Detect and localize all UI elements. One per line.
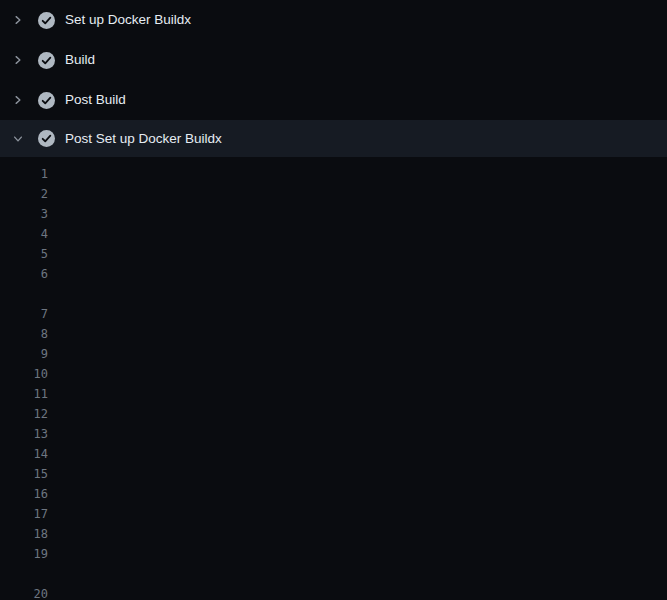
- check-circle-icon: [38, 130, 55, 147]
- log-line: 11 time="2021-04-23T18:02:38Z" level=deb…: [0, 384, 667, 404]
- step-row[interactable]: Build: [0, 40, 667, 80]
- log-line: 16 time="2021-04-23T18:02:38Z" level=deb…: [0, 484, 667, 504]
- line-number[interactable]: 13: [0, 424, 48, 444]
- log-line: 20 time="2021-04-23T18:02:38Z" level=deb…: [0, 584, 667, 600]
- line-number[interactable]: 6: [0, 264, 48, 284]
- log-line: 8 time="2021-04-23T18:02:37Z" level=info…: [0, 324, 667, 344]
- log-line: 6 time="2021-04-23T18:02:37Z" level=info…: [0, 264, 667, 284]
- line-number[interactable]: 12: [0, 404, 48, 424]
- line-number[interactable]: 14: [0, 444, 48, 464]
- line-number[interactable]: 5: [0, 244, 48, 264]
- step-label: Build: [65, 53, 95, 67]
- log-line: 13 time="2021-04-23T18:02:38Z" level=deb…: [0, 424, 667, 444]
- line-number[interactable]: 11: [0, 384, 48, 404]
- line-number[interactable]: 2: [0, 184, 48, 204]
- line-number[interactable]: 20: [0, 584, 48, 600]
- line-number[interactable]: 8: [0, 324, 48, 344]
- log-line: 18 time="2021-04-23T18:02:38Z" level=deb…: [0, 524, 667, 544]
- check-circle-icon: [38, 12, 55, 29]
- line-number[interactable]: 10: [0, 364, 48, 384]
- line-number[interactable]: 16: [0, 484, 48, 504]
- log-line: 4 time="2021-04-23T18:02:37Z" level=info…: [0, 224, 667, 244]
- log-line: 19 time="2021-04-23T18:02:38Z" level=deb…: [0, 544, 667, 564]
- line-number[interactable]: 3: [0, 204, 48, 224]
- chevron-right-icon: [12, 94, 24, 106]
- line-number[interactable]: 18: [0, 524, 48, 544]
- chevron-down-icon: [12, 133, 24, 145]
- log-line: 9 time="2021-04-23T18:02:37Z" level=warn…: [0, 344, 667, 364]
- line-number[interactable]: 15: [0, 464, 48, 484]
- line-number[interactable]: 1: [0, 164, 48, 184]
- log-line: 3 /usr/bin/docker logs buildx_buildkit_b…: [0, 204, 667, 224]
- check-circle-icon: [38, 52, 55, 69]
- log-line: 12 time="2021-04-23T18:02:38Z" level=deb…: [0, 404, 667, 424]
- log-line: linux/riscv64 linux/ppc64le linux/s390x …: [0, 284, 667, 304]
- step-label: Post Set up Docker Buildx: [65, 132, 222, 146]
- line-number[interactable]: 17: [0, 504, 48, 524]
- line-number[interactable]: 9: [0, 344, 48, 364]
- log-line: 10 time="2021-04-23T18:02:37Z" level=inf…: [0, 364, 667, 384]
- log-line: 5 time="2021-04-23T18:02:37Z" level=warn…: [0, 244, 667, 264]
- log-line: 15 time="2021-04-23T18:02:38Z" level=deb…: [0, 464, 667, 484]
- step-list: Set up Docker Buildx Build: [0, 0, 667, 157]
- check-circle-icon: [38, 92, 55, 109]
- step-row[interactable]: Post Build: [0, 80, 667, 120]
- step-row[interactable]: Set up Docker Buildx: [0, 0, 667, 40]
- log-area: 1 Post job cleanup. 2 ▼BuildKit containe…: [0, 157, 667, 600]
- step-label: Post Build: [65, 93, 126, 107]
- actions-log-viewer: Set up Docker Buildx Build: [0, 0, 667, 600]
- log-line: application/vnd.oci.image.index.v1+json,…: [0, 564, 667, 584]
- line-number[interactable]: 19: [0, 544, 48, 564]
- chevron-right-icon: [12, 14, 24, 26]
- step-row[interactable]: Post Set up Docker Buildx: [0, 120, 667, 157]
- line-number[interactable]: 4: [0, 224, 48, 244]
- chevron-right-icon: [12, 54, 24, 66]
- log-line: 2 ▼BuildKit container logs: [0, 184, 667, 204]
- log-line: 1 Post job cleanup.: [0, 164, 667, 184]
- line-number[interactable]: 7: [0, 304, 48, 324]
- step-label: Set up Docker Buildx: [65, 13, 191, 27]
- log-line: 14 time="2021-04-23T18:02:38Z" level=deb…: [0, 444, 667, 464]
- log-line: 7 time="2021-04-23T18:02:37Z" level=warn…: [0, 304, 667, 324]
- log-line: 17 time="2021-04-23T18:02:38Z" level=deb…: [0, 504, 667, 524]
